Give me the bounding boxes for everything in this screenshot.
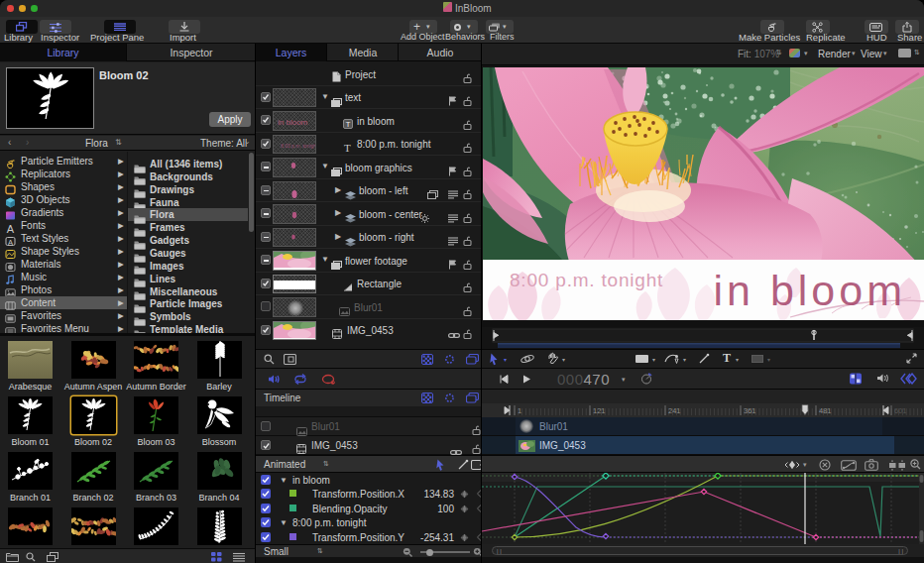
svg-text:241: 241 [668, 406, 681, 415]
svg-text:1: 1 [518, 406, 521, 415]
svg-text:481: 481 [819, 406, 832, 415]
svg-text:in bloom: in bloom [713, 267, 906, 314]
svg-text:8:00 p.m. tonight: 8:00 p.m. tonight [510, 270, 663, 290]
svg-text:361: 361 [744, 406, 756, 415]
svg-text:601: 601 [894, 406, 907, 415]
svg-text:121: 121 [593, 406, 606, 415]
svg-text:T: T [346, 120, 351, 129]
